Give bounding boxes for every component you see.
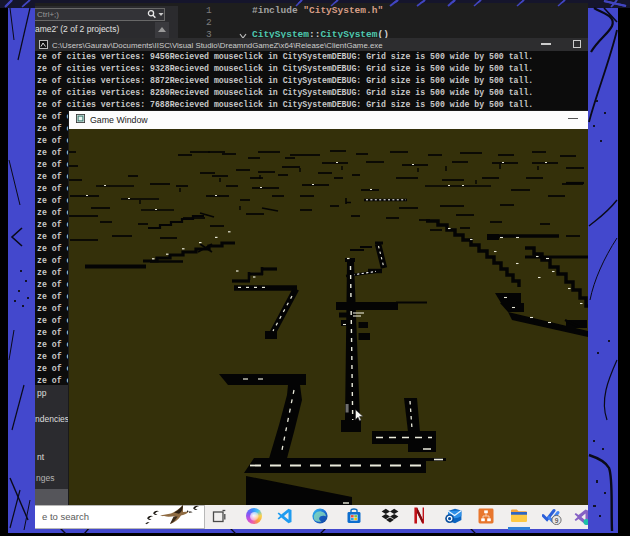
svg-text:9: 9 [555, 517, 559, 524]
